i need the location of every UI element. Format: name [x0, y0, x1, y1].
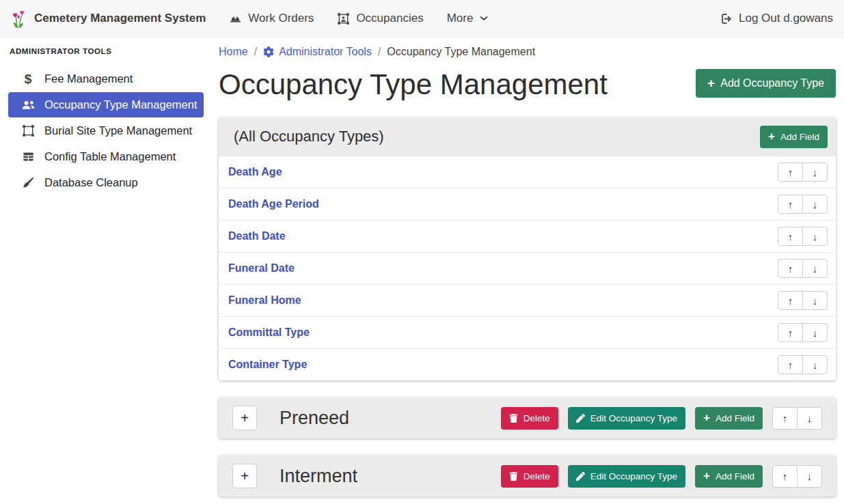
- table-icon: [21, 150, 36, 163]
- broom-icon: [21, 176, 36, 189]
- trash-icon: [509, 414, 518, 423]
- occupancy-frame-icon: [337, 12, 350, 25]
- expand-button[interactable]: +: [232, 406, 257, 430]
- section-interment: + Interment Delete Edit Occupancy Type +: [219, 456, 836, 496]
- sidebar-item-label: Fee Management: [44, 72, 133, 85]
- up-arrow-icon: ↑: [782, 412, 788, 424]
- nav-item-more[interactable]: More: [447, 12, 489, 25]
- delete-button[interactable]: Delete: [501, 407, 558, 430]
- down-arrow-icon: ↓: [813, 167, 818, 178]
- move-up-button[interactable]: ↑: [778, 323, 803, 342]
- nav-item-work-orders[interactable]: Work Orders: [229, 12, 314, 25]
- field-row: Container Type ↑ ↓: [219, 348, 836, 380]
- burial-frame-icon: [21, 124, 36, 137]
- reorder-controls: ↑ ↓: [772, 407, 822, 430]
- field-row: Funeral Date ↑ ↓: [219, 252, 836, 284]
- brand-title: Cemetery Management System: [34, 12, 206, 25]
- nav-item-label: Occupancies: [356, 12, 423, 25]
- down-arrow-icon: ↓: [813, 263, 818, 275]
- reorder-controls: ↑ ↓: [778, 195, 828, 214]
- add-occupancy-type-button[interactable]: + Add Occupancy Type: [696, 69, 836, 98]
- move-up-button[interactable]: ↑: [772, 407, 798, 430]
- breadcrumb-separator: /: [254, 46, 257, 58]
- expand-button[interactable]: +: [232, 464, 257, 488]
- up-arrow-icon: ↑: [788, 263, 793, 275]
- move-up-button[interactable]: ↑: [778, 355, 803, 374]
- sidebar-item-occupancy-type-management[interactable]: Occupancy Type Management: [8, 92, 204, 117]
- pencil-icon: [576, 414, 585, 423]
- down-arrow-icon: ↓: [813, 359, 818, 371]
- hard-hat-icon: [229, 12, 242, 25]
- breadcrumb-home-link[interactable]: Home: [219, 46, 248, 58]
- reorder-controls: ↑ ↓: [772, 465, 822, 488]
- up-arrow-icon: ↑: [788, 199, 793, 210]
- field-link[interactable]: Container Type: [228, 359, 307, 371]
- move-down-button[interactable]: ↓: [802, 323, 828, 342]
- pencil-icon: [576, 472, 585, 481]
- users-icon: [21, 99, 36, 111]
- edit-occupancy-type-button[interactable]: Edit Occupancy Type: [568, 465, 685, 488]
- sidebar-item-config-table-management[interactable]: Config Table Management: [8, 144, 204, 169]
- page-title: Occupancy Type Management: [219, 68, 608, 102]
- field-link[interactable]: Funeral Date: [228, 262, 295, 275]
- dollar-icon: $: [21, 72, 36, 85]
- move-down-button[interactable]: ↓: [797, 407, 822, 430]
- plus-icon: +: [703, 412, 710, 423]
- move-up-button[interactable]: ↑: [778, 163, 803, 182]
- reorder-controls: ↑ ↓: [778, 259, 828, 278]
- sidebar-item-fee-management[interactable]: $ Fee Management: [8, 66, 204, 92]
- sidebar-item-database-cleanup[interactable]: Database Cleanup: [8, 170, 204, 195]
- plus-icon: +: [768, 130, 775, 142]
- up-arrow-icon: ↑: [788, 359, 793, 371]
- move-up-button[interactable]: ↑: [778, 291, 803, 310]
- nav-item-occupancies[interactable]: Occupancies: [337, 12, 423, 25]
- move-up-button[interactable]: ↑: [778, 259, 803, 278]
- section-title: Preneed: [280, 408, 349, 429]
- sidebar-item-burial-site-type-management[interactable]: Burial Site Type Management: [8, 118, 204, 143]
- move-down-button[interactable]: ↓: [802, 355, 828, 374]
- move-down-button[interactable]: ↓: [802, 259, 828, 278]
- plus-icon: +: [703, 470, 710, 481]
- all-occupancy-types-header: (All Occupancy Types) + Add Field: [219, 117, 836, 156]
- move-down-button[interactable]: ↓: [802, 227, 828, 246]
- plus-icon: +: [241, 469, 249, 483]
- move-up-button[interactable]: ↑: [772, 465, 798, 488]
- field-link[interactable]: Death Age: [228, 166, 282, 178]
- sidebar: Administrator Tools $ Fee Management Occ…: [0, 38, 212, 504]
- field-link[interactable]: Death Age Period: [228, 198, 319, 210]
- logout-label: Log Out d.gowans: [739, 12, 833, 25]
- main-content: Home / Administrator Tools / Occupancy T…: [212, 38, 844, 504]
- delete-button[interactable]: Delete: [501, 465, 558, 488]
- section-preneed: + Preneed Delete Edit Occupancy Type +: [219, 397, 836, 438]
- plus-icon: +: [707, 76, 715, 89]
- field-link[interactable]: Funeral Home: [228, 294, 301, 307]
- all-occupancy-types-card: (All Occupancy Types) + Add Field Death …: [219, 117, 836, 380]
- down-arrow-icon: ↓: [813, 199, 818, 210]
- down-arrow-icon: ↓: [813, 231, 818, 242]
- move-down-button[interactable]: ↓: [797, 465, 822, 488]
- add-field-button[interactable]: + Add Field: [695, 407, 763, 430]
- move-down-button[interactable]: ↓: [802, 195, 828, 214]
- logout-button[interactable]: Log Out d.gowans: [720, 12, 833, 25]
- logout-icon: [720, 12, 733, 25]
- reorder-controls: ↑ ↓: [778, 163, 828, 182]
- breadcrumb-admin-tools-link[interactable]: Administrator Tools: [279, 46, 372, 58]
- brand[interactable]: Cemetery Management System: [11, 8, 206, 29]
- add-field-button[interactable]: + Add Field: [760, 126, 828, 148]
- move-down-button[interactable]: ↓: [802, 291, 828, 310]
- breadcrumb: Home / Administrator Tools / Occupancy T…: [219, 46, 836, 58]
- field-link[interactable]: Death Date: [228, 230, 286, 242]
- move-up-button[interactable]: ↑: [778, 195, 803, 214]
- sidebar-heading: Administrator Tools: [10, 47, 204, 55]
- reorder-controls: ↑ ↓: [778, 323, 828, 342]
- field-link[interactable]: Committal Type: [228, 326, 310, 339]
- edit-occupancy-type-button[interactable]: Edit Occupancy Type: [568, 407, 685, 430]
- move-down-button[interactable]: ↓: [802, 163, 828, 182]
- add-field-button[interactable]: + Add Field: [695, 465, 763, 488]
- field-row: Death Date ↑ ↓: [219, 220, 836, 252]
- sidebar-item-label: Config Table Management: [44, 150, 176, 163]
- section-title: Interment: [280, 466, 357, 487]
- reorder-controls: ↑ ↓: [778, 355, 828, 374]
- up-arrow-icon: ↑: [788, 231, 793, 242]
- move-up-button[interactable]: ↑: [778, 227, 803, 246]
